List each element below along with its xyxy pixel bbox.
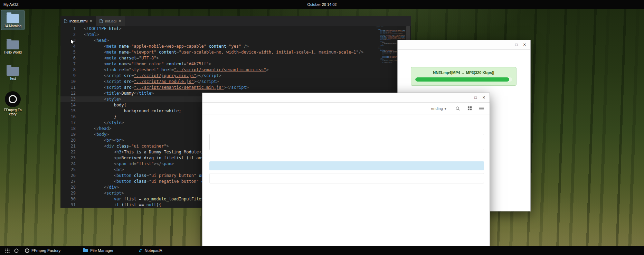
line-number: 30 bbox=[60, 196, 76, 202]
taskbar-item-ffmpeg-factory[interactable]: FFmpeg Factory bbox=[25, 248, 60, 253]
line-number: 12 bbox=[60, 91, 76, 96]
grid-menu-icon bbox=[5, 248, 10, 253]
sort-label: ending bbox=[431, 106, 443, 111]
line-number: 10 bbox=[60, 79, 76, 85]
maximize-button[interactable]: □ bbox=[474, 95, 477, 100]
line-number: 6 bbox=[60, 55, 76, 61]
close-icon[interactable]: ✕ bbox=[89, 19, 92, 23]
code-line[interactable]: 5 <meta name="viewport" content="user-sc… bbox=[60, 49, 411, 55]
toolbar-divider bbox=[450, 105, 450, 112]
code-text: <div class="ui container"> bbox=[76, 143, 169, 149]
code-text: <meta name="theme-color" content="#4b75f… bbox=[76, 61, 211, 67]
desktop-icon-label: 14.Morning bbox=[2, 24, 23, 28]
desktop-icon-ffmpeg-fa-ctory[interactable]: FFmpeg Fa ctory bbox=[1, 89, 24, 118]
search-icon bbox=[455, 106, 460, 111]
code-line[interactable]: 1<!DOCTYPE html> bbox=[60, 26, 411, 32]
code-text: <script src="../script/ao_module.js"></s… bbox=[76, 79, 219, 85]
desktop-icon-label: Hello World bbox=[2, 50, 23, 55]
grid-icon bbox=[467, 106, 472, 111]
desktop-icon-test[interactable]: Test bbox=[1, 63, 24, 82]
line-number: 28 bbox=[60, 185, 76, 190]
taskbar: FFmpeg FactoryFile ManagerNotepadA bbox=[0, 246, 644, 255]
desktop-icon-label: FFmpeg Fa ctory bbox=[2, 108, 23, 116]
code-line[interactable]: 10 <script src="../script/ao_module.js">… bbox=[60, 79, 411, 85]
taskbar-item-notepada[interactable]: NotepadA bbox=[138, 248, 162, 253]
list-view-button[interactable] bbox=[477, 104, 485, 113]
window-titlebar[interactable]: – □ ✕ bbox=[202, 93, 490, 103]
minimize-button[interactable]: – bbox=[467, 95, 469, 100]
file-icon bbox=[100, 19, 103, 23]
code-text: <br><br> bbox=[76, 138, 124, 143]
code-line[interactable]: 3 <head> bbox=[60, 38, 411, 44]
code-line[interactable]: 4 <meta name="apple-mobile-web-app-capab… bbox=[60, 44, 411, 49]
code-line[interactable]: 8 <link rel="stylesheet" href="../script… bbox=[60, 67, 411, 73]
line-number: 20 bbox=[60, 138, 76, 143]
search-button[interactable] bbox=[454, 104, 462, 113]
line-number: 8 bbox=[60, 67, 76, 73]
desktop-icon-14-morning[interactable]: 14.Morning bbox=[1, 10, 24, 30]
code-text: <script src="../script/jquery.min.js"></… bbox=[76, 73, 221, 79]
code-text: <script> bbox=[76, 190, 124, 196]
code-text: if (flist == null){ bbox=[76, 202, 161, 208]
line-number: 18 bbox=[60, 126, 76, 132]
line-number: 29 bbox=[60, 190, 76, 196]
code-text: <br> bbox=[76, 167, 124, 173]
code-line[interactable]: 7 <meta name="theme-color" content="#4b7… bbox=[60, 61, 411, 67]
file-list-row-2[interactable] bbox=[209, 161, 484, 170]
file-list-window[interactable]: – □ ✕ ending ▾ bbox=[202, 93, 490, 249]
notepada-icon bbox=[138, 248, 142, 253]
tab-index-html[interactable]: index.html✕ bbox=[60, 16, 96, 26]
sort-dropdown[interactable]: ending ▾ bbox=[431, 106, 446, 111]
grid-view-button[interactable] bbox=[465, 104, 474, 113]
circle-icon bbox=[14, 248, 19, 253]
maximize-button[interactable]: □ bbox=[515, 42, 518, 47]
code-text: <script src="../script/semantic/semantic… bbox=[76, 85, 249, 91]
line-number: 11 bbox=[60, 85, 76, 91]
folder-icon bbox=[7, 14, 19, 23]
taskbar-item-label: File Manager bbox=[90, 248, 113, 253]
file-list-row-1[interactable] bbox=[209, 134, 484, 150]
file-list-content bbox=[202, 114, 490, 249]
tab-label: index.html bbox=[69, 19, 87, 23]
line-number: 31 bbox=[60, 202, 76, 208]
taskbar-item-label: NotepadA bbox=[144, 248, 162, 253]
line-number: 14 bbox=[60, 102, 76, 108]
window-titlebar[interactable]: – □ ✕ bbox=[398, 40, 530, 50]
close-icon[interactable]: ✕ bbox=[119, 19, 121, 23]
line-number: 24 bbox=[60, 161, 76, 167]
line-number: 2 bbox=[60, 32, 76, 38]
line-number: 27 bbox=[60, 179, 76, 185]
code-text: </div> bbox=[76, 185, 119, 190]
taskbar-item-file-manager[interactable]: File Manager bbox=[83, 248, 113, 253]
code-text: <style> bbox=[76, 96, 121, 102]
code-text: body{ bbox=[76, 102, 126, 108]
code-line[interactable]: 2<html> bbox=[60, 32, 411, 38]
close-button[interactable]: ✕ bbox=[523, 42, 526, 47]
line-number: 5 bbox=[60, 49, 76, 55]
folder-icon bbox=[7, 67, 19, 76]
code-text: <meta charset="UTF-8"> bbox=[76, 55, 159, 61]
app-launcher-button[interactable] bbox=[3, 248, 12, 253]
minimize-button[interactable]: – bbox=[508, 42, 510, 47]
code-line[interactable]: 9 <script src="../script/jquery.min.js">… bbox=[60, 73, 411, 79]
tab-init-agi[interactable]: init.agi✕ bbox=[96, 16, 125, 26]
chevron-down-icon: ▾ bbox=[444, 106, 446, 111]
quick-launch-button[interactable] bbox=[12, 248, 21, 253]
code-line[interactable]: 11 <script src="../script/semantic/seman… bbox=[60, 85, 411, 91]
code-text: </head> bbox=[76, 126, 112, 132]
code-text: <h3>This is a Dummy Testing Module</h3> bbox=[76, 149, 211, 155]
code-text: <title>Dummy</title> bbox=[76, 91, 154, 96]
desktop-icon-area: 14.MorningHello WorldTestFFmpeg Fa ctory bbox=[1, 10, 26, 125]
code-text: } bbox=[76, 114, 116, 120]
close-button[interactable]: ✕ bbox=[482, 95, 485, 100]
line-number: 22 bbox=[60, 149, 76, 155]
code-text: background-color:white; bbox=[76, 108, 181, 114]
line-number: 25 bbox=[60, 167, 76, 173]
line-number: 16 bbox=[60, 114, 76, 120]
code-line[interactable]: 6 <meta charset="UTF-8"> bbox=[60, 55, 411, 61]
file-list-row-3[interactable] bbox=[209, 173, 484, 183]
desktop-icon-hello-world[interactable]: Hello World bbox=[1, 37, 24, 56]
system-clock: October 20 14:02 bbox=[0, 2, 644, 7]
ring-glyph bbox=[9, 95, 17, 103]
desktop-icon-label: Test bbox=[2, 77, 23, 81]
